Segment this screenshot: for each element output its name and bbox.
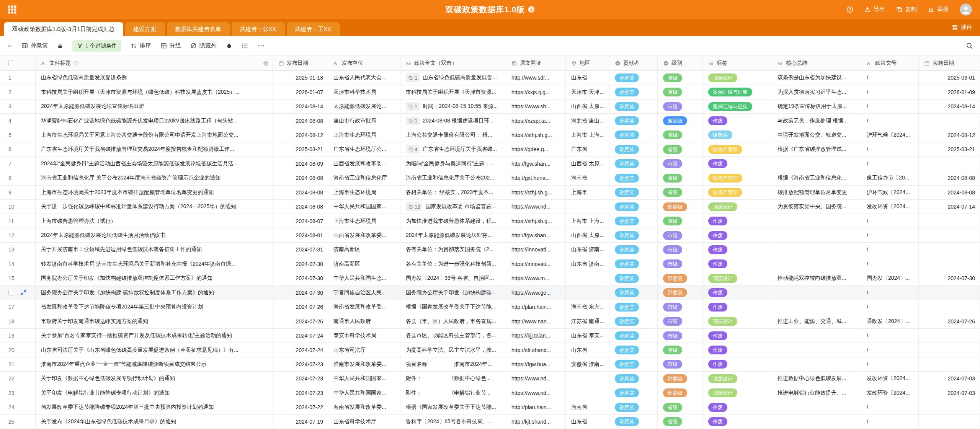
cell-level[interactable]: 部委级 xyxy=(658,286,703,300)
cell-contributor[interactable]: 孙意笑 xyxy=(609,314,658,328)
title-info-icon[interactable]: i xyxy=(528,6,535,13)
cell-url[interactable]: https://sthj.sh.g... xyxy=(506,186,566,199)
expand-record-icon[interactable] xyxy=(20,289,27,296)
cell-full_text[interactable]: 为唱响“全民健身与奥运同行”主题，... xyxy=(400,157,506,171)
cell-url[interactable]: https://www.m... xyxy=(506,271,566,285)
cell-tags[interactable]: 作废 xyxy=(703,214,772,228)
cell-region[interactable] xyxy=(566,271,609,285)
cell-tags[interactable]: 作废 xyxy=(703,357,772,371)
cell-num[interactable]: 5 xyxy=(0,128,36,142)
cell-level[interactable]: 省级 xyxy=(658,214,703,228)
cell-doc_no[interactable]: / xyxy=(861,157,919,171)
cell-num[interactable]: 12 xyxy=(0,228,36,242)
select-all-checkbox[interactable] xyxy=(8,60,14,66)
cell-doc_no[interactable]: / xyxy=(861,85,919,99)
cell-contributor[interactable]: 孙意笑 xyxy=(609,257,658,271)
cell-summary[interactable] xyxy=(772,228,861,242)
cell-doc_no[interactable]: / xyxy=(861,415,919,429)
sheet-tab-2[interactable]: 建设方案 xyxy=(125,22,165,36)
cell-impl_date[interactable] xyxy=(919,286,980,300)
cell-impl_date[interactable]: 2024-08-08 xyxy=(919,171,980,185)
cell-org[interactable]: 济南高新区 xyxy=(328,243,400,256)
cell-title[interactable]: 河南省工业和信息化厅 关于公布2024年度河南省碳资产管理示范企业的通知 xyxy=(36,171,273,185)
cell-pub_date[interactable]: 2024-08-14 xyxy=(273,100,328,113)
cell-pub_date[interactable]: 2024-08-07 xyxy=(273,214,328,228)
cell-org[interactable]: 中华人民共和国国家... xyxy=(328,372,400,385)
cell-doc_no[interactable]: / xyxy=(861,300,919,314)
cell-impl_date[interactable] xyxy=(919,415,980,429)
cell-title[interactable]: 2024年太原能源低碳发展论坛低碳生活月活动倡议书 xyxy=(36,228,273,242)
cell-num[interactable]: 18 xyxy=(0,314,36,328)
cell-pub_date[interactable]: 2024-07-19 xyxy=(273,415,328,429)
column-header-region[interactable]: 地区 xyxy=(566,56,609,70)
cell-full_text[interactable]: 各相关单位： 经核实，2023年度本... xyxy=(400,186,506,199)
cell-summary[interactable] xyxy=(772,214,861,228)
cell-full_text[interactable]: 12国家发展改革委 市场监管总... xyxy=(400,200,506,214)
cell-title[interactable]: 关于进一步强化碳达峰碳中和标准计量体系建设行动方案（2024—2025年）的通知 xyxy=(36,200,273,214)
chevron-down-icon[interactable] xyxy=(7,43,12,49)
table-row[interactable]: 24省发展改革委下达节能降碳专项2024年第三批中央预算内投资计划的通知2024… xyxy=(0,400,980,414)
cell-full_text[interactable]: 国务院办公厅关于印发《加快构建碳... xyxy=(400,286,506,300)
cell-impl_date[interactable] xyxy=(919,343,980,357)
cell-level[interactable]: 市级 xyxy=(658,100,703,113)
search-icon[interactable] xyxy=(966,42,973,49)
table-row[interactable]: 17省发展和改革委下达节能降碳专项2024年第三批中央预算内投资计划2024-0… xyxy=(0,300,980,314)
cell-contributor[interactable]: 孙意笑 xyxy=(609,228,658,242)
column-header-url[interactable]: 原文网址 xyxy=(506,56,566,70)
cell-pub_date[interactable]: 2024-07-30 xyxy=(273,257,328,271)
table-row[interactable]: 6广东省生态环境厅关于我省碳排放管理和交易2024年度报告核查和配额清缴工作..… xyxy=(0,142,980,157)
table-row[interactable]: 20山东省司法厅关于《山东省绿色低碳高质量发展促进条例（草案征求意见稿）》有..… xyxy=(0,343,980,357)
cell-url[interactable]: https://gdee.g... xyxy=(506,142,566,156)
cell-contributor[interactable]: 孙意笑 xyxy=(609,71,658,85)
cell-num[interactable]: 15 xyxy=(0,271,36,285)
cell-tags[interactable]: 作废 xyxy=(703,243,772,256)
cell-contributor[interactable]: 孙意笑 xyxy=(609,415,658,429)
cell-num[interactable]: 2 xyxy=(0,85,36,99)
cell-pub_date[interactable]: 2024-07-30 xyxy=(273,286,328,300)
cell-contributor[interactable]: 孙意笑 xyxy=(609,400,658,414)
cell-org[interactable]: 天津市科学技术局 xyxy=(328,85,400,99)
table-row[interactable]: 10关于进一步强化碳达峰碳中和标准计量体系建设行动方案（2024—2025年）的… xyxy=(0,200,980,214)
cell-num[interactable]: 21 xyxy=(0,357,36,371)
cell-region[interactable] xyxy=(566,372,609,385)
cell-region[interactable]: 山东省 济南... xyxy=(566,243,609,256)
cell-pub_date[interactable]: 2024-08-08 xyxy=(273,186,328,199)
cell-impl_date[interactable] xyxy=(919,300,980,314)
table-row[interactable]: 5上海市生态环境局关于同意上海公共交通卡股份有限公司申请开发上海市地面公交...… xyxy=(0,128,980,142)
group-button[interactable]: 分组 xyxy=(160,42,181,49)
row-height-icon[interactable] xyxy=(242,42,248,49)
cell-title[interactable]: 市科技局关于组织开展《天津市资源与环境（绿色低碳）科技发展蓝皮书（2025）..… xyxy=(36,85,273,99)
cell-level[interactable]: 省级 xyxy=(658,142,703,156)
cell-doc_no[interactable]: / xyxy=(861,243,919,256)
cell-doc_no[interactable]: / xyxy=(861,100,919,113)
cell-full_text[interactable]: 上海公共交通卡股份有限公司： 根... xyxy=(400,128,506,142)
cell-url[interactable]: https://www.nd... xyxy=(506,372,566,385)
cell-region[interactable]: 河南省 xyxy=(566,171,609,185)
cell-level[interactable]: 部委级 xyxy=(658,271,703,285)
cell-tags[interactable]: 顶层设计 xyxy=(703,372,772,385)
cell-org[interactable]: 唐山市行政审批局 xyxy=(328,114,400,127)
cell-contributor[interactable]: 孙意笑 xyxy=(609,386,658,400)
cell-contributor[interactable]: 孙意笑 xyxy=(609,214,658,228)
cell-url[interactable]: https://fgw.hua... xyxy=(506,357,566,371)
cell-tags[interactable]: 作废 xyxy=(703,114,772,127)
cell-level[interactable]: 市级 xyxy=(658,157,703,171)
cell-contributor[interactable]: 孙意笑 xyxy=(609,286,658,300)
cell-tags[interactable]: 顶层设计 xyxy=(703,271,772,285)
cell-num[interactable]: 3 xyxy=(0,100,36,113)
cell-tags[interactable]: 碳资产管理 xyxy=(703,142,772,156)
cell-org[interactable]: 中华人民共和国生态... xyxy=(328,271,400,285)
cell-full_text[interactable]: 根据《国家发展改革委关于下达节能... xyxy=(400,300,506,314)
paint-fill-icon[interactable] xyxy=(226,42,232,49)
cell-summary[interactable] xyxy=(772,257,861,271)
cell-region[interactable] xyxy=(566,386,609,400)
cell-full_text[interactable]: 2024年太原能源低碳发展论坛即将... xyxy=(400,228,506,242)
cell-level[interactable]: 省级 xyxy=(658,186,703,199)
cell-full_text[interactable]: 项目名称 淮南市2024年... xyxy=(400,357,506,371)
cell-tags[interactable]: 作废 xyxy=(703,300,772,314)
cell-summary[interactable]: 推进工业、能源、交通、城... xyxy=(772,314,861,328)
cell-region[interactable]: 海南省 xyxy=(566,400,609,414)
cell-summary[interactable]: 碳排放配额管理单位名单变更 xyxy=(772,186,861,199)
table-row[interactable]: 14转发济南市科学技术局 济南市生态环境局关于新增和补充申报《2024年济南市绿… xyxy=(0,257,980,271)
cell-impl_date[interactable]: 2024-07-03 xyxy=(919,372,980,385)
